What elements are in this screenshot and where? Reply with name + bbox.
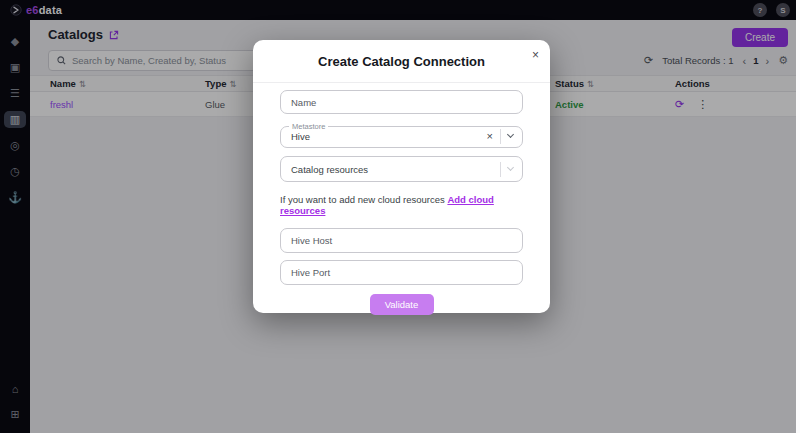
metastore-value: Hive — [291, 131, 487, 142]
hive-host-field[interactable] — [280, 228, 523, 253]
create-catalog-modal: Create Catalog Connection × Metastore Hi… — [253, 40, 550, 313]
validate-button[interactable]: Validate — [370, 294, 434, 315]
modal-title: Create Catalog Connection — [318, 54, 485, 69]
chevron-down-icon[interactable] — [507, 131, 514, 138]
catalog-resources-select[interactable]: Catalog resources — [280, 156, 523, 182]
divider — [500, 162, 501, 177]
app-window: e6data ? S ◆ ▣ ☰ ▥ ◎ ◷ ⚓ ⌂ ⊞ Catalogs Cr… — [0, 0, 800, 433]
metastore-select[interactable]: Metastore Hive × — [280, 122, 523, 148]
close-icon[interactable]: × — [532, 49, 539, 61]
modal-header: Create Catalog Connection × — [253, 40, 550, 83]
catalog-resources-placeholder: Catalog resources — [291, 164, 500, 175]
name-field[interactable] — [280, 90, 523, 114]
chevron-down-icon[interactable] — [507, 164, 514, 171]
cloud-resources-hint: If you want to add new cloud resources A… — [280, 194, 523, 216]
divider — [500, 129, 501, 144]
scrollbar[interactable] — [796, 0, 800, 433]
modal-body: Metastore Hive × Catalog resources — [253, 83, 550, 315]
hive-port-field[interactable] — [280, 260, 523, 285]
clear-metastore-icon[interactable]: × — [487, 131, 493, 142]
